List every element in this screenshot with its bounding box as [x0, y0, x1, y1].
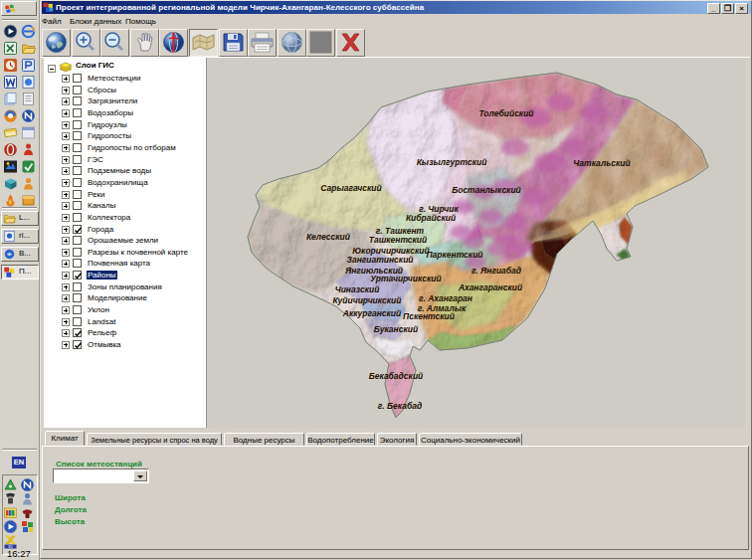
svg-text:Сарыагачский: Сарыагачский — [320, 183, 382, 193]
svg-text:Бекабадский: Бекабадский — [369, 371, 424, 381]
svg-text:Ташкентский: Ташкентский — [369, 235, 428, 245]
svg-text:Чиназский: Чиназский — [335, 284, 381, 294]
svg-text:Пскентский: Пскентский — [403, 311, 456, 321]
svg-text:г. Янгиабад: г. Янгиабад — [471, 266, 521, 276]
svg-text:Кызылгуртский: Кызылгуртский — [417, 157, 487, 167]
svg-text:Зангиатинский: Зангиатинский — [346, 255, 414, 265]
svg-text:г. Бекабад: г. Бекабад — [378, 401, 422, 411]
svg-text:Кибрайский: Кибрайский — [406, 213, 457, 223]
svg-text:Куйичирчикский: Куйичирчикский — [332, 295, 402, 305]
svg-text:Паркентский: Паркентский — [426, 250, 483, 260]
svg-text:Толебийский: Толебийский — [478, 108, 534, 118]
svg-text:Келесский: Келесский — [306, 232, 351, 242]
svg-text:Уртачирчикский: Уртачирчикский — [370, 274, 442, 283]
svg-text:Аккурганский: Аккурганский — [342, 308, 402, 318]
svg-text:г. Ахангаран: г. Ахангаран — [419, 293, 472, 303]
svg-text:Бостанлыкский: Бостанлыкский — [452, 185, 521, 195]
svg-text:Буканский: Буканский — [374, 324, 419, 334]
svg-text:Ахангаранский: Ахангаранский — [458, 282, 523, 292]
svg-text:Чаткальский: Чаткальский — [573, 158, 631, 168]
